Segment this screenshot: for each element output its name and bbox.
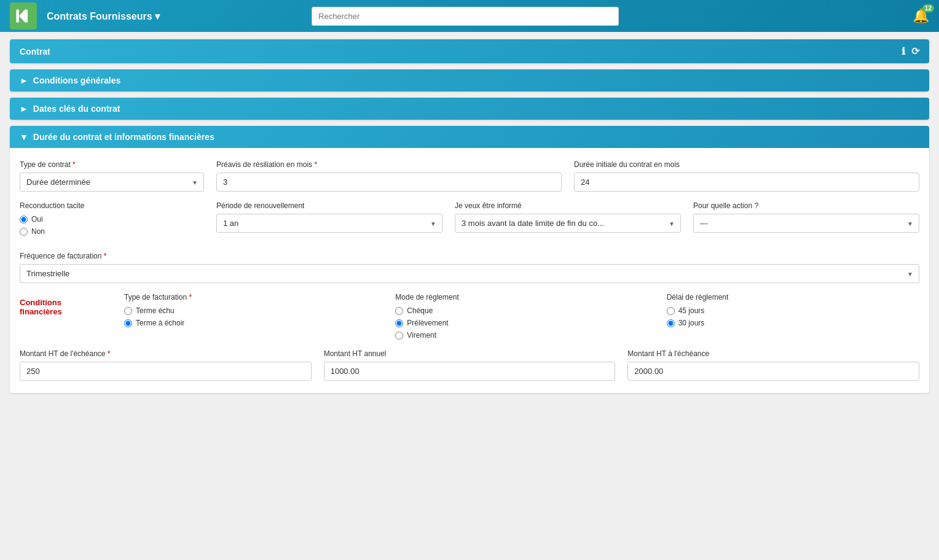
jours-45-radio[interactable] — [667, 307, 675, 315]
periode-renouvellement-select[interactable]: 1 an 2 ans 3 ans 6 mois — [216, 214, 442, 233]
jours-45-item: 45 jours — [667, 306, 919, 315]
duree-panel-title: Durée du contrat et informations financi… — [33, 132, 214, 142]
jours-30-radio[interactable] — [667, 319, 675, 327]
group-pour-quelle-action: Pour quelle action ? --- Option 1 Option… — [693, 201, 919, 233]
info-icon[interactable]: ℹ — [902, 45, 905, 57]
duree-panel-header[interactable]: ▼ Durée du contrat et informations finan… — [10, 126, 929, 148]
svg-rect-0 — [16, 10, 19, 23]
cheque-radio[interactable] — [395, 307, 403, 315]
virement-radio[interactable] — [395, 332, 403, 340]
mode-reglement-label: Mode de règlement — [395, 293, 648, 301]
je-veux-select[interactable]: 3 mois avant la date limite de fin du co… — [455, 214, 681, 233]
prelevement-radio[interactable] — [395, 319, 403, 327]
spacer — [20, 246, 919, 252]
reconduction-radio-group: Oui Non — [20, 215, 204, 236]
contrat-panel: Contrat ℹ ⟳ — [10, 39, 929, 63]
pour-quelle-action-select[interactable]: --- Option 1 Option 2 — [693, 214, 919, 233]
search-input[interactable] — [312, 7, 619, 26]
group-je-veux: Je veux être informé 3 mois avant la dat… — [455, 201, 681, 233]
pour-quelle-action-label: Pour quelle action ? — [693, 201, 919, 210]
row-type-contrat: Type de contrat * Durée déterminée Durée… — [20, 160, 919, 192]
search-box — [312, 7, 619, 26]
type-contrat-select[interactable]: Durée déterminée Durée indéterminée — [20, 173, 204, 192]
preavis-label: Préavis de résiliation en mois * — [216, 160, 562, 169]
row-conditions-financieres: Conditions financières Type de facturati… — [20, 293, 919, 340]
montant-ht-annuel-label: Montant HT annuel — [324, 349, 616, 358]
frequence-select[interactable]: Trimestrielle Mensuelle Annuelle Semestr… — [20, 264, 919, 283]
main-content: Contrat ℹ ⟳ ► Conditions générales ► Dat… — [0, 32, 939, 406]
conditions-generales-header[interactable]: ► Conditions générales — [10, 69, 929, 91]
group-montant-ht-annuel: Montant HT annuel — [324, 349, 616, 381]
row-reconduction: Reconduction tacite Oui Non Période de r — [20, 201, 919, 236]
type-contrat-label: Type de contrat * — [20, 160, 204, 169]
terme-a-echoir-item: Terme à échoir — [124, 319, 377, 327]
topnav: Contrats Fournisseurs ▾ 🔔 12 — [0, 0, 939, 32]
jours-30-item: 30 jours — [667, 319, 919, 327]
type-facturation-radio-group: Terme échu Terme à échoir — [124, 306, 377, 327]
app-title[interactable]: Contrats Fournisseurs ▾ — [47, 10, 160, 22]
row-frequence: Fréquence de facturation * Trimestrielle… — [20, 252, 919, 283]
dates-cles-left: ► Dates clés du contrat — [20, 104, 120, 114]
radio-oui[interactable] — [20, 216, 28, 224]
montant-ht-a-echeance-label: Montant HT à l'échéance — [627, 349, 919, 358]
duree-initiale-label: Durée initiale du contrat en mois — [574, 160, 919, 169]
type-contrat-select-wrapper: Durée déterminée Durée indéterminée — [20, 173, 204, 192]
dates-cles-chevron: ► — [20, 104, 28, 114]
conditions-generales-chevron: ► — [20, 76, 28, 85]
frequence-required: * — [104, 252, 107, 260]
logo — [10, 2, 37, 29]
terme-echu-radio[interactable] — [124, 307, 132, 315]
dates-cles-header[interactable]: ► Dates clés du contrat — [10, 98, 929, 120]
terme-echu-item: Terme échu — [124, 306, 377, 315]
cheque-item: Chèque — [395, 306, 648, 315]
preavis-input[interactable] — [216, 173, 562, 192]
terme-echu-label: Terme échu — [136, 306, 175, 315]
duree-panel-left: ▼ Durée du contrat et informations finan… — [20, 132, 214, 142]
montant-ht-echeance-input[interactable] — [20, 362, 312, 381]
group-type-facturation: Type de facturation * Terme échu Terme à… — [124, 293, 377, 327]
terme-a-echoir-label: Terme à échoir — [136, 319, 184, 327]
reconduction-label: Reconduction tacite — [20, 201, 204, 210]
type-facturation-label: Type de facturation * — [124, 293, 377, 301]
duree-panel-body: Type de contrat * Durée déterminée Durée… — [10, 148, 929, 393]
notification-bell[interactable]: 🔔 12 — [913, 8, 929, 24]
group-periode-renouvellement: Période de renouvellement 1 an 2 ans 3 a… — [216, 201, 442, 233]
delai-reglement-radio-group: 45 jours 30 jours — [667, 306, 919, 327]
duree-initiale-input[interactable] — [574, 173, 919, 192]
radio-oui-item: Oui — [20, 215, 204, 224]
group-reconduction: Reconduction tacite Oui Non — [20, 201, 204, 236]
duree-panel: ▼ Durée du contrat et informations finan… — [10, 126, 929, 393]
cheque-label: Chèque — [407, 306, 433, 315]
radio-non[interactable] — [20, 228, 28, 236]
group-conditions-label: Conditions financières — [20, 293, 106, 316]
periode-renouvellement-label: Période de renouvellement — [216, 201, 442, 210]
group-duree-initiale: Durée initiale du contrat en mois — [574, 160, 919, 192]
radio-non-label: Non — [31, 227, 45, 236]
jours-30-label: 30 jours — [678, 319, 705, 327]
radio-non-item: Non — [20, 227, 204, 236]
je-veux-label: Je veux être informé — [455, 201, 681, 210]
dates-cles-panel: ► Dates clés du contrat — [10, 98, 929, 120]
history-icon[interactable]: ⟳ — [911, 45, 919, 57]
conditions-generales-title: Conditions générales — [33, 76, 120, 85]
montant-ht-a-echeance-input[interactable] — [627, 362, 919, 381]
terme-a-echoir-radio[interactable] — [124, 319, 132, 327]
dates-cles-title: Dates clés du contrat — [33, 104, 120, 114]
virement-item: Virement — [395, 331, 648, 340]
mode-reglement-radio-group: Chèque Prélèvement Virement — [395, 306, 648, 340]
group-montant-ht-echeance: Montant HT de l'échéance * — [20, 349, 312, 381]
svg-marker-1 — [19, 10, 25, 23]
group-montant-ht-a-echeance: Montant HT à l'échéance — [627, 349, 919, 381]
group-type-contrat: Type de contrat * Durée déterminée Durée… — [20, 160, 204, 192]
je-veux-select-wrapper: 3 mois avant la date limite de fin du co… — [455, 214, 681, 233]
type-contrat-required: * — [73, 160, 76, 169]
prelevement-label: Prélèvement — [407, 319, 448, 327]
delai-reglement-label: Délai de règlement — [667, 293, 919, 301]
group-frequence: Fréquence de facturation * Trimestrielle… — [20, 252, 919, 283]
contrat-panel-title: Contrat — [20, 47, 50, 56]
montant-ht-annuel-input[interactable] — [324, 362, 616, 381]
contrat-panel-header[interactable]: Contrat ℹ ⟳ — [10, 39, 929, 63]
conditions-generales-left: ► Conditions générales — [20, 76, 120, 85]
pour-quelle-action-select-wrapper: --- Option 1 Option 2 — [693, 214, 919, 233]
conditions-financieres-label: Conditions financières — [20, 295, 106, 316]
